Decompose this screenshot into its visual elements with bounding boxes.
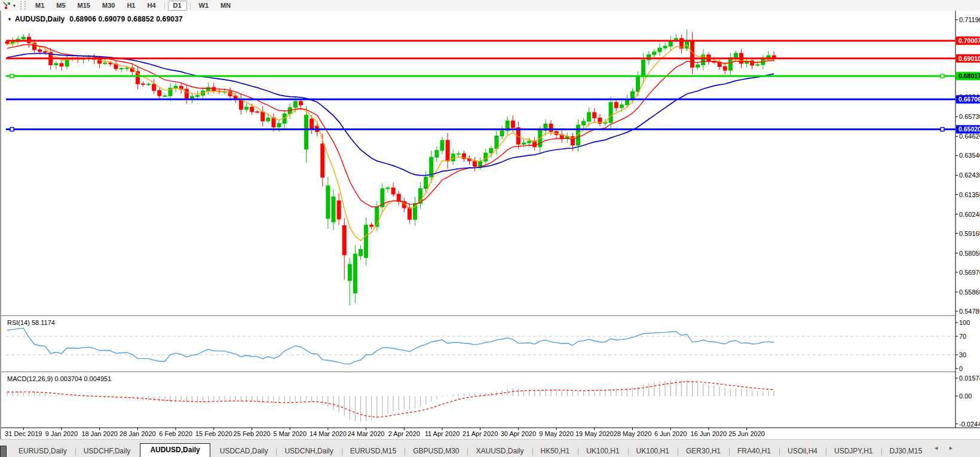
tabs-container: EURUSD,DailyUSDCHF,DailyAUDUSD,DailyUSDC… [10,443,930,457]
chart-tab-usdchf-daily[interactable]: USDCHF,Daily [75,445,139,457]
macd-tick-label: 0.00 [959,392,972,400]
chart-tab-usdcad-daily[interactable]: USDCAD,Daily [212,445,277,457]
toolbar-grip[interactable] [20,1,26,10]
chart-tab-eurusd-m15[interactable]: EURUSD,M15 [342,445,405,457]
chart-tab-ger30-h1[interactable]: GER30,H1 [678,445,729,457]
chart-title: ▼AUDUSD,Daily0.68906 0.69079 0.68852 0.6… [7,15,183,23]
rsi-tick-label: 100 [959,319,970,326]
chart-tab-usoil-h4[interactable]: USOil,H4 [779,445,826,457]
price-tick-label: 0.63540 [959,152,980,159]
tab-scroll-controls: ◄► [933,445,963,451]
hline-handle [941,127,944,131]
price-tick-label: 0.60240 [959,211,980,218]
price-tick-label: 0.58050 [959,250,980,257]
rsi-tick-label: 30 [959,351,966,358]
price-tick-label: 0.56970 [959,269,980,276]
price-tick-label: 0.64620 [959,133,980,140]
chart-tab-uk100-h1[interactable]: UK100,H1 [578,445,627,457]
chart-tab-hk50-h1[interactable]: HK50,H1 [532,445,578,457]
tab-stub[interactable] [0,446,7,457]
chart-tab-xauusd-daily[interactable]: XAUUSD,Daily [467,445,532,457]
price-tick-label: 0.71190 [959,16,980,23]
date-tick-label: 15 Feb 2020 [195,430,232,437]
title-caret-icon[interactable]: ▼ [7,17,12,22]
tabs-scroll-right-icon[interactable]: ► [948,445,963,451]
chart-tab-audusd-daily[interactable]: AUDUSD,Daily [140,443,210,457]
hline-price-label: 0.70007 [958,37,980,44]
tabs-scroll-left-icon[interactable]: ◄ [933,445,948,451]
timeframe-button-m30[interactable]: M30 [97,1,120,11]
hline-price-label: 0.68017 [958,72,980,79]
date-tick-label: 6 Feb 2020 [159,430,192,437]
date-tick-label: 18 Jan 2020 [81,430,118,437]
hline-handle [10,127,14,131]
chart-shift-icon-glyph [3,2,12,10]
chart-window: 0.711900.701100.690300.679200.668400.657… [0,11,980,439]
date-tick-label: 11 Apr 2020 [425,430,460,437]
chart-tab-dj30-m15[interactable]: DJ30,M15 [881,445,931,457]
toolbar-caret-icon[interactable]: ▾ [13,3,16,8]
rsi-tick-label: 0 [959,365,963,372]
chart-tab-gbpusd-m30[interactable]: GBPUSD,M30 [405,445,467,457]
hline-handle [941,74,944,78]
date-tick-label: 24 Mar 2020 [348,430,385,437]
date-tick-label: 25 Jun 2020 [728,430,765,437]
timeframe-button-h1[interactable]: H1 [121,1,140,11]
price-tick-label: 0.54780 [959,308,980,315]
date-tick-label: 28 May 2020 [614,430,652,437]
ohlc-values: 0.68906 0.69079 0.68852 0.69037 [69,15,183,23]
date-tick-label: 25 Feb 2020 [234,430,271,437]
timeframe-button-m15[interactable]: M15 [72,1,96,11]
hline-handle [10,74,14,78]
chart-tab-uk100-h1[interactable]: UK100,H1 [628,445,678,457]
window-tabbar: EURUSD,DailyUSDCHF,DailyAUDUSD,DailyUSDC… [0,439,980,457]
date-tick-label: 31 Dec 2019 [5,430,42,437]
hline-price-label: 0.65020 [958,125,980,133]
date-tick-label: 28 Jan 2020 [120,430,156,437]
date-tick-label: 14 Mar 2020 [310,430,347,437]
timeframe-button-w1[interactable]: W1 [194,1,215,11]
date-tick-label: 6 Jun 2020 [654,430,687,437]
toolbar: ▾ M1M5M15M30H1H4D1W1MN [0,0,980,11]
symbol-timeframe-label: AUDUSD,Daily [15,15,65,23]
timeframe-buttons: M1M5M15M30H1H4D1W1MN [29,1,237,11]
date-tick-label: 19 May 2020 [575,430,614,437]
chart-tab-usdjpy-h1[interactable]: USDJPY,H1 [826,445,881,457]
macd-tick-label: -0.024412 [959,421,980,428]
date-tick-label: 30 Apr 2020 [501,430,536,437]
hline-price-label: 0.69010 [958,55,980,62]
chart-tab-fra40-h1[interactable]: FRA40,H1 [729,445,779,457]
timeframe-button-d1[interactable]: D1 [168,1,187,11]
chart-shift-icon[interactable] [2,1,13,10]
price-tick-label: 0.65730 [959,113,980,120]
chart-tab-eurusd-daily[interactable]: EURUSD,Daily [10,445,75,457]
price-tick-label: 0.59160 [959,230,980,237]
date-tick-label: 9 May 2020 [539,430,573,437]
timeframe-button-mn[interactable]: MN [215,1,236,11]
price-tick-label: 0.61350 [959,191,980,198]
chart-canvas[interactable]: 0.711900.701100.690300.679200.668400.657… [1,11,980,439]
price-tick-label: 0.62430 [959,171,980,179]
hline-price-label: 0.66706 [958,96,980,103]
date-tick-label: 16 Jun 2020 [691,430,727,437]
rsi-label: RSI(14) 58.1174 [7,319,55,326]
timeframe-button-m5[interactable]: M5 [51,1,71,11]
macd-label: MACD(12,26,9) 0.003704 0.004951 [7,375,111,382]
date-tick-label: 5 Mar 2020 [273,430,307,437]
date-tick-label: 9 Jan 2020 [45,430,78,437]
timeframe-button-m1[interactable]: M1 [30,1,50,11]
macd-tick-label: 0.015741 [959,375,980,382]
date-tick-label: 2 Apr 2020 [388,430,420,437]
chart-tab-usdcnh-daily[interactable]: USDCNH,Daily [276,445,341,457]
rsi-tick-label: 70 [959,333,966,340]
date-tick-label: 21 Apr 2020 [463,430,498,437]
timeframe-button-h4[interactable]: H4 [142,1,161,11]
price-tick-label: 0.55860 [959,289,980,296]
